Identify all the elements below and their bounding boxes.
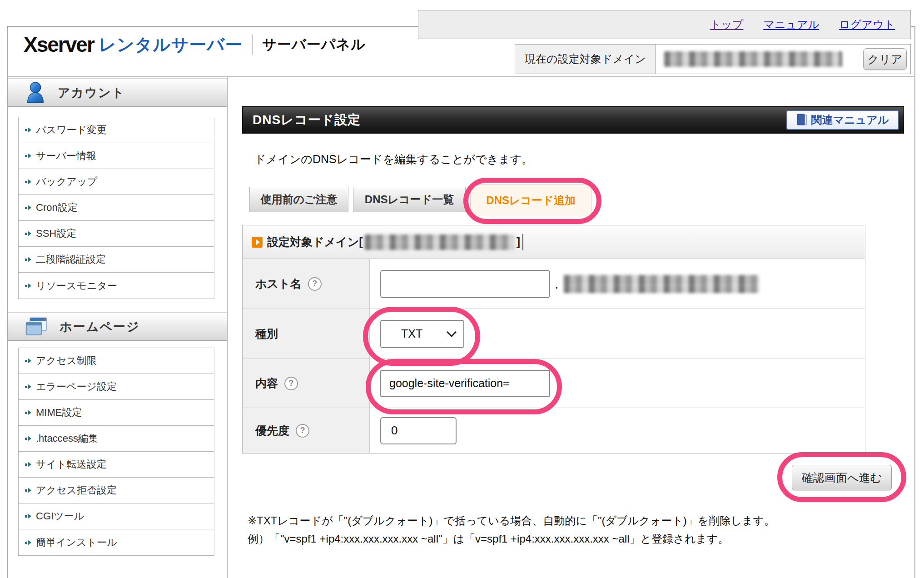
arrow-bullet-icon (25, 435, 32, 442)
arrow-bullet-icon (25, 539, 32, 546)
arrow-bullet-icon (25, 256, 32, 263)
host-label: ホスト名 (255, 276, 302, 291)
sidebar-item-access-restriction[interactable]: アクセス制限 (19, 348, 214, 374)
sidebar-item-label: サーバー情報 (36, 149, 96, 163)
chevron-down-icon (446, 331, 457, 337)
arrow-bullet-icon (25, 204, 32, 211)
sidebar-item-label: 二段階認証設定 (36, 253, 106, 266)
sidebar-item-label: アクセス拒否設定 (36, 483, 117, 497)
related-manual-label: 関連マニュアル (811, 113, 889, 127)
priority-value-cell (370, 408, 865, 453)
top-links-bar: トップ マニュアル ログアウト (418, 10, 911, 39)
sidebar-item-label: SSH設定 (36, 227, 76, 240)
arrow-bullet-icon (25, 461, 32, 468)
redacted-domain (664, 51, 842, 67)
header-divider (7, 76, 915, 77)
sidebar-item-ssh[interactable]: SSH設定 (19, 221, 214, 247)
priority-label: 優先度 (255, 423, 289, 438)
nav-link-logout[interactable]: ログアウト (839, 17, 895, 32)
sidebar-item-backup[interactable]: バックアップ (19, 169, 214, 195)
host-input[interactable] (380, 270, 550, 298)
homepage-window-icon (25, 316, 48, 337)
nav-link-top[interactable]: トップ (710, 17, 744, 32)
type-row: 種別 TXT (243, 309, 865, 359)
account-person-icon (25, 81, 46, 104)
content-label-cell: 内容 ? (243, 359, 370, 408)
sidebar-item-two-factor[interactable]: 二段階認証設定 (19, 247, 214, 273)
redacted-domain (365, 234, 515, 250)
sidebar-item-server-info[interactable]: サーバー情報 (19, 143, 214, 169)
help-icon[interactable]: ? (284, 377, 298, 390)
arrow-bullet-icon (25, 487, 32, 494)
clear-domain-button[interactable]: クリア (863, 48, 907, 70)
type-value-cell: TXT (370, 309, 865, 359)
help-icon[interactable]: ? (308, 277, 322, 291)
content-input[interactable] (380, 370, 550, 397)
domain-separator: . (555, 276, 558, 292)
sidebar-item-site-transfer[interactable]: サイト転送設定 (19, 452, 214, 478)
priority-input[interactable] (380, 417, 457, 444)
sidebar-item-label: サイト転送設定 (36, 458, 107, 471)
sidebar-item-label: .htaccess編集 (36, 432, 98, 445)
sidebar-item-label: Cron設定 (36, 201, 78, 214)
help-icon[interactable]: ? (296, 424, 309, 438)
type-label: 種別 (255, 326, 278, 341)
sidebar-item-mime[interactable]: MIME設定 (19, 400, 214, 426)
sidebar-item-label: 簡単インストール (36, 536, 117, 549)
host-label-cell: ホスト名 ? (243, 259, 370, 309)
arrow-bullet-icon (25, 409, 32, 416)
logo-brand-jp: レンタルサーバー (99, 33, 243, 56)
arrow-bullet-icon (25, 230, 32, 237)
logo: Xserver レンタルサーバー サーバーパネル (24, 32, 366, 57)
sidebar-item-htaccess[interactable]: .htaccess編集 (19, 426, 214, 452)
sidebar-account-list: パスワード変更 サーバー情報 バックアップ Cron設定 SSH設定 二段階認証… (18, 117, 214, 299)
sidebar-section-homepage: ホームページ (8, 312, 227, 341)
sidebar-homepage-list: アクセス制限 エラーページ設定 MIME設定 .htaccess編集 サイト転送… (18, 348, 214, 556)
tab-dns-record-list[interactable]: DNSレコード一覧 (353, 187, 466, 212)
sidebar-item-easy-install[interactable]: 簡単インストール (19, 529, 214, 555)
arrow-bullet-icon (25, 152, 32, 159)
current-domain-value: クリア (656, 45, 910, 74)
note-line: 例）「"v=spf1 +ip4:xxx.xxx.xxx.xxx ~all"」は「… (248, 530, 902, 548)
record-type-value: TXT (401, 327, 422, 340)
sidebar-item-label: バックアップ (36, 175, 97, 189)
nav-link-manual[interactable]: マニュアル (763, 17, 819, 32)
sidebar-item-error-page[interactable]: エラーページ設定 (19, 374, 214, 400)
logo-brand: Xserver (24, 32, 94, 57)
form-section-header: 設定対象ドメイン[ ] (243, 225, 865, 259)
current-domain-label: 現在の設定対象ドメイン (515, 45, 656, 74)
sidebar-item-resource-monitor[interactable]: リソースモニター (19, 273, 214, 299)
panel-title: サーバーパネル (262, 35, 366, 54)
host-value-cell: . (370, 259, 865, 309)
arrow-bullet-icon (25, 357, 32, 364)
sidebar-item-label: エラーページ設定 (36, 380, 117, 394)
related-manual-button[interactable]: 関連マニュアル (786, 110, 899, 130)
sidebar-item-label: MIME設定 (36, 406, 82, 419)
content-value-cell (370, 359, 865, 408)
redacted-domain (564, 275, 759, 293)
sidebar-item-label: CGIツール (36, 509, 84, 523)
tab-dns-record-add[interactable]: DNSレコード追加 (470, 184, 591, 216)
sidebar-item-cron[interactable]: Cron設定 (19, 195, 214, 221)
priority-label-cell: 優先度 ? (243, 408, 370, 453)
arrow-bullet-icon (25, 383, 32, 390)
sidebar-item-cgi-tools[interactable]: CGIツール (19, 503, 214, 529)
dns-add-form: 設定対象ドメイン[ ] ホスト名 ? . 種別 TXT (242, 225, 865, 453)
priority-row: 優先度 ? (243, 408, 865, 453)
tab-usage-notes[interactable]: 使用前のご注意 (249, 187, 348, 212)
sidebar-item-access-deny[interactable]: アクセス拒否設定 (19, 478, 214, 503)
current-domain-box: 現在の設定対象ドメイン クリア (515, 44, 911, 74)
confirm-button[interactable]: 確認画面へ進む (792, 465, 892, 490)
page-description: ドメインのDNSレコードを編集することができます。 (254, 152, 533, 167)
arrow-bullet-icon (25, 282, 32, 289)
content-label: 内容 (255, 376, 278, 391)
page-title: DNSレコード設定 (253, 111, 361, 129)
arrow-bullet-icon (25, 126, 32, 134)
type-label-cell: 種別 (243, 309, 370, 359)
sidebar-item-password[interactable]: パスワード変更 (19, 117, 214, 143)
sidebar-section-title: ホームページ (60, 319, 140, 335)
sidebar-item-label: パスワード変更 (36, 123, 107, 137)
target-domain-suffix: ] (517, 235, 520, 249)
target-domain-prefix: 設定対象ドメイン[ (267, 234, 363, 249)
record-type-select[interactable]: TXT (380, 320, 464, 348)
